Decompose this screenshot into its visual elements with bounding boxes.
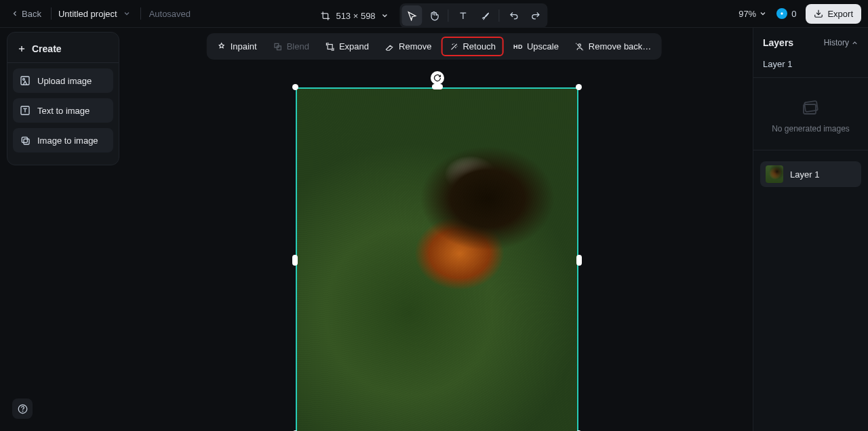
rotate-handle[interactable] (431, 71, 444, 85)
expand-label: Expand (339, 41, 369, 52)
zoom-control[interactable]: 97% (738, 9, 767, 19)
canvas-selection[interactable] (296, 87, 578, 431)
blend-label: Blend (287, 41, 309, 52)
create-panel: Create Upload image Text to image Image … (7, 32, 119, 165)
divider (51, 7, 52, 20)
export-label: Export (827, 9, 853, 19)
chevron-down-icon (759, 9, 767, 18)
layers-header: Layers History (753, 28, 868, 55)
blend-button: Blend (267, 37, 316, 56)
remove-label: Remove (399, 41, 431, 52)
svg-rect-8 (24, 139, 29, 144)
canvas-image[interactable] (296, 87, 578, 431)
remove-bg-icon (575, 42, 585, 52)
image-to-image-button[interactable]: Image to image (13, 128, 113, 152)
upload-image-label: Upload image (37, 76, 92, 86)
resize-handle-tl[interactable] (292, 84, 298, 90)
resize-handle-t[interactable] (432, 84, 443, 89)
resize-handle-r[interactable] (576, 255, 582, 266)
selected-layer-name[interactable]: Layer 1 (753, 55, 868, 76)
svg-point-5 (23, 79, 25, 81)
images-stack-icon (800, 100, 823, 117)
autosave-status: Autosaved (149, 9, 191, 19)
retouch-label: Retouch (462, 41, 495, 52)
dimensions-control[interactable]: 513 × 598 (320, 11, 389, 21)
undo-button[interactable] (504, 5, 524, 26)
chevron-left-icon (11, 9, 19, 18)
image-to-image-icon (20, 135, 31, 146)
pointer-tool-group (400, 3, 548, 28)
svg-rect-13 (328, 44, 332, 49)
create-label: Create (32, 43, 62, 54)
create-header: Create (13, 39, 113, 62)
history-label: History (824, 38, 849, 47)
resize-handle-tr[interactable] (576, 84, 582, 90)
svg-point-0 (781, 12, 783, 14)
divider (448, 9, 449, 22)
retouch-button[interactable]: Retouch (441, 37, 503, 56)
project-chevron-icon[interactable] (123, 9, 131, 18)
hand-icon (429, 11, 439, 21)
inpaint-button[interactable]: Inpaint (210, 37, 264, 56)
redo-icon (530, 11, 540, 21)
undo-icon (509, 11, 519, 21)
divider (7, 62, 119, 63)
inpaint-icon (217, 42, 226, 52)
image-noise-overlay (297, 89, 577, 431)
expand-button[interactable]: Expand (319, 37, 376, 56)
expand-icon (326, 42, 335, 52)
hand-tool[interactable] (424, 5, 444, 26)
project-name[interactable]: Untitled project (57, 6, 119, 22)
credits-icon (776, 8, 787, 19)
divider (753, 77, 868, 78)
credits-button[interactable]: 0 (774, 6, 799, 21)
upscale-label: Upscale (527, 41, 559, 52)
help-button[interactable] (12, 398, 33, 419)
hd-icon: HD (513, 42, 523, 52)
no-generated-text: No generated images (763, 124, 859, 134)
image-to-image-label: Image to image (37, 136, 98, 146)
history-toggle[interactable]: History (824, 38, 859, 47)
layer-row[interactable]: Layer 1 (760, 161, 861, 187)
layer-thumbnail (766, 165, 783, 183)
back-button[interactable]: Back (7, 6, 45, 22)
zoom-value: 97% (738, 9, 756, 19)
download-icon (814, 9, 823, 18)
blend-icon (273, 42, 283, 52)
upload-image-button[interactable]: Upload image (13, 68, 113, 93)
upscale-button[interactable]: HD Upscale (507, 37, 566, 56)
top-bar: Back Untitled project Autosaved 513 × 59… (0, 0, 868, 28)
rotate-icon (433, 74, 441, 82)
text-tool[interactable] (453, 5, 473, 26)
divider (499, 9, 500, 22)
generated-images-section: No generated images (753, 79, 868, 148)
remove-background-button[interactable]: Remove back… (568, 37, 658, 56)
brush-tool[interactable] (475, 5, 495, 26)
divider (753, 150, 868, 150)
top-right-controls: 97% 0 Export (738, 4, 861, 24)
text-to-image-icon (20, 105, 31, 116)
export-button[interactable]: Export (806, 4, 861, 24)
back-label: Back (22, 9, 41, 19)
svg-point-10 (22, 411, 23, 411)
dimensions-text: 513 × 598 (336, 11, 375, 21)
redo-button[interactable] (526, 5, 546, 26)
resize-handle-l[interactable] (292, 255, 298, 266)
select-tool[interactable] (402, 5, 422, 26)
plus-icon (17, 44, 26, 54)
text-to-image-label: Text to image (37, 106, 90, 116)
text-to-image-button[interactable]: Text to image (13, 98, 113, 123)
cursor-icon (407, 11, 417, 21)
layers-title: Layers (763, 37, 793, 48)
remove-bg-label: Remove back… (589, 41, 651, 52)
divider (140, 7, 141, 20)
inpaint-label: Inpaint (231, 41, 257, 52)
credits-value: 0 (791, 9, 796, 19)
remove-button[interactable]: Remove (378, 37, 438, 56)
eraser-icon (385, 42, 395, 52)
help-icon (18, 404, 28, 414)
text-icon (458, 11, 468, 21)
layers-panel: Layers History Layer 1 No generated imag… (753, 28, 868, 431)
top-center-tools: 513 × 598 (320, 3, 547, 28)
crop-icon (320, 11, 330, 21)
